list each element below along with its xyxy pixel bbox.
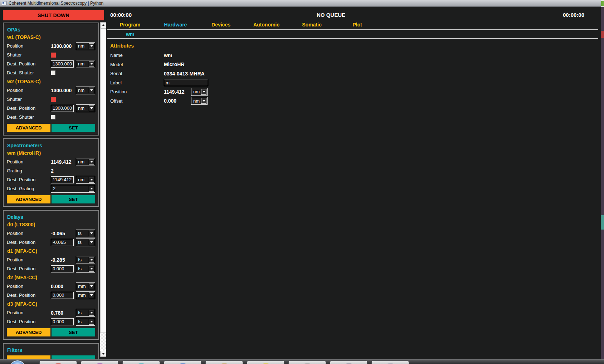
- dest-position-input[interactable]: [51, 105, 74, 112]
- dropdown-arrow-button[interactable]: [89, 231, 94, 236]
- device-title: w2 (TOPAS-C): [4, 77, 98, 86]
- dropdown-arrow-button[interactable]: [89, 105, 94, 111]
- taskbar-button[interactable]: [122, 360, 160, 364]
- tab-somatic[interactable]: Somatic: [289, 22, 335, 28]
- tab-separator: [107, 29, 598, 30]
- unit-dropdown[interactable]: fs: [76, 265, 95, 273]
- device-title: d2 (MFA-CC): [4, 273, 98, 282]
- shut-down-button[interactable]: SHUT DOWN: [3, 10, 104, 20]
- main-panel: ProgramHardwareDevicesAutonomicSomaticPl…: [107, 7, 601, 364]
- unit-dropdown[interactable]: fs: [76, 318, 95, 326]
- dest-position-input[interactable]: [51, 176, 74, 183]
- device-title: wm (MicroHR): [4, 149, 98, 157]
- scrollbar-thumb[interactable]: [100, 28, 106, 333]
- unit-dropdown[interactable]: nm: [76, 87, 95, 94]
- unit-dropdown[interactable]: fs: [76, 309, 95, 317]
- unit-dropdown[interactable]: nm: [191, 97, 208, 105]
- field-label: Dest. Shutter: [7, 114, 51, 120]
- field-label: Dest. Position: [7, 319, 51, 324]
- dropdown-arrow-button[interactable]: [201, 89, 206, 95]
- scroll-down-button[interactable]: [100, 351, 106, 357]
- dest-position-input[interactable]: [51, 60, 74, 68]
- set-button[interactable]: SET: [52, 124, 95, 132]
- field-label: Position: [7, 310, 51, 315]
- taskbar-button[interactable]: [288, 360, 326, 364]
- field-value: -0.065: [51, 231, 76, 236]
- tab-plot[interactable]: Plot: [335, 22, 380, 28]
- field-row-position: Position1149.412nm: [110, 87, 264, 97]
- dropdown-arrow-button[interactable]: [89, 43, 94, 49]
- unit-value: nm: [78, 88, 84, 93]
- tab-hardware[interactable]: Hardware: [153, 22, 198, 28]
- scroll-up-button[interactable]: [100, 22, 106, 28]
- unit-dropdown[interactable]: nm: [76, 42, 95, 50]
- field-row-grating: Grating2: [4, 166, 98, 175]
- unit-dropdown[interactable]: fs: [76, 256, 95, 264]
- field-value: 0.000: [51, 284, 76, 289]
- advanced-button[interactable]: ADVANCED: [7, 195, 50, 203]
- dropdown-arrow-button[interactable]: [89, 88, 94, 93]
- unit-dropdown[interactable]: fs: [76, 238, 95, 246]
- dest-shutter-checkbox[interactable]: [51, 70, 55, 75]
- dropdown-arrow-button[interactable]: [89, 266, 94, 272]
- advanced-button[interactable]: ADVANCED: [7, 328, 50, 336]
- field-controls: nm: [51, 60, 95, 68]
- unit-dropdown[interactable]: nm: [76, 158, 95, 166]
- unit-dropdown[interactable]: nm: [191, 88, 208, 96]
- tab-program[interactable]: Program: [107, 22, 153, 28]
- dropdown-arrow-button[interactable]: [89, 284, 94, 289]
- dest-position-input[interactable]: [51, 239, 74, 246]
- dest-grating-dropdown[interactable]: 2: [51, 185, 95, 193]
- dest-position-input[interactable]: [51, 265, 74, 272]
- taskbar-button[interactable]: [39, 360, 77, 364]
- device-title: d1 (MFA-CC): [4, 247, 98, 255]
- taskbar-button[interactable]: [164, 360, 201, 364]
- background-window-teal: [601, 215, 604, 230]
- field-controls: [164, 79, 208, 86]
- taskbar-button[interactable]: [371, 360, 409, 364]
- field-controls: 0.000nm: [164, 97, 208, 105]
- unit-dropdown[interactable]: nm: [76, 60, 95, 68]
- unit-dropdown[interactable]: mm: [76, 282, 95, 290]
- dropdown-arrow-button[interactable]: [89, 186, 94, 192]
- chevron-down-icon: [90, 179, 93, 181]
- subtab-wm[interactable]: wm: [126, 31, 134, 37]
- dest-position-input[interactable]: [51, 318, 74, 325]
- unit-dropdown[interactable]: nm: [76, 176, 95, 184]
- section-opas: OPAsw1 (TOPAS-C)Position1300.000nmShutte…: [3, 23, 99, 136]
- tab-autonomic[interactable]: Autonomic: [244, 22, 289, 28]
- field-label: Dest. Position: [7, 61, 51, 67]
- sidebar-scrollbar[interactable]: [100, 22, 106, 357]
- dest-shutter-checkbox[interactable]: [51, 115, 55, 119]
- dropdown-arrow-button[interactable]: [201, 98, 206, 104]
- dropdown-arrow-button[interactable]: [89, 319, 94, 325]
- dropdown-arrow-button[interactable]: [89, 177, 94, 183]
- taskbar-button[interactable]: [81, 360, 118, 364]
- advanced-button[interactable]: ADVANCED: [7, 124, 50, 132]
- dropdown-arrow-button[interactable]: [89, 292, 94, 298]
- unit-value: fs: [78, 257, 82, 262]
- section-buttons: ADVANCEDSET: [4, 193, 98, 203]
- label-input[interactable]: [164, 79, 208, 86]
- field-label: Position: [7, 43, 51, 49]
- taskbar-button[interactable]: [247, 360, 284, 364]
- taskbar-button[interactable]: [205, 360, 243, 364]
- dest-position-input[interactable]: [51, 292, 74, 299]
- taskbar-button[interactable]: [330, 360, 367, 364]
- unit-dropdown[interactable]: fs: [76, 230, 95, 237]
- tab-devices[interactable]: Devices: [198, 22, 244, 28]
- dropdown-arrow-button[interactable]: [89, 159, 94, 165]
- dropdown-arrow-button[interactable]: [89, 240, 94, 245]
- set-button[interactable]: SET: [52, 328, 95, 336]
- field-row-dest-position: Dest. Positionnm: [4, 175, 98, 184]
- unit-value: nm: [78, 105, 84, 111]
- dropdown-arrow-button[interactable]: [89, 61, 94, 67]
- start-button[interactable]: [10, 360, 25, 364]
- unit-dropdown[interactable]: mm: [76, 291, 95, 299]
- set-button[interactable]: SET: [52, 195, 95, 203]
- dropdown-arrow-button[interactable]: [89, 257, 94, 263]
- unit-dropdown[interactable]: nm: [76, 104, 95, 112]
- device-title: w1 (TOPAS-C): [4, 33, 98, 41]
- dropdown-arrow-button[interactable]: [89, 310, 94, 316]
- chevron-down-icon: [90, 268, 93, 270]
